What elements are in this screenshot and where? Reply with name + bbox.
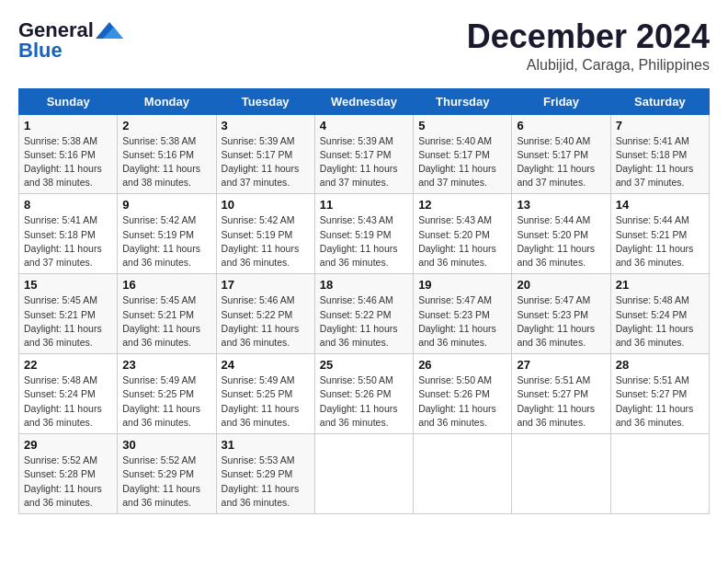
day-number: 18 — [320, 278, 408, 292]
day-detail: Sunrise: 5:45 AMSunset: 5:21 PMDaylight:… — [24, 294, 102, 348]
calendar-cell: 21 Sunrise: 5:48 AMSunset: 5:24 PMDaylig… — [610, 274, 709, 354]
title-block: December 2024 Alubijid, Caraga, Philippi… — [467, 18, 710, 74]
calendar-cell: 18 Sunrise: 5:46 AMSunset: 5:22 PMDaylig… — [314, 274, 413, 354]
day-detail: Sunrise: 5:52 AMSunset: 5:28 PMDaylight:… — [24, 454, 102, 508]
calendar-cell: 13 Sunrise: 5:44 AMSunset: 5:20 PMDaylig… — [512, 194, 610, 274]
calendar-week-row: 8 Sunrise: 5:41 AMSunset: 5:18 PMDayligh… — [19, 194, 710, 274]
day-number: 30 — [122, 438, 210, 452]
day-detail: Sunrise: 5:51 AMSunset: 5:27 PMDaylight:… — [517, 374, 595, 428]
day-number: 20 — [517, 278, 605, 292]
calendar-cell — [610, 434, 709, 514]
day-detail: Sunrise: 5:47 AMSunset: 5:23 PMDaylight:… — [418, 294, 496, 348]
calendar-week-row: 22 Sunrise: 5:48 AMSunset: 5:24 PMDaylig… — [19, 354, 710, 434]
day-number: 29 — [24, 438, 112, 452]
calendar-cell: 22 Sunrise: 5:48 AMSunset: 5:24 PMDaylig… — [19, 354, 118, 434]
day-number: 16 — [122, 278, 210, 292]
day-detail: Sunrise: 5:39 AMSunset: 5:17 PMDaylight:… — [222, 135, 300, 189]
day-number: 9 — [122, 198, 210, 212]
day-number: 1 — [24, 119, 112, 132]
day-detail: Sunrise: 5:40 AMSunset: 5:17 PMDaylight:… — [418, 135, 496, 189]
day-number: 13 — [517, 198, 605, 212]
day-detail: Sunrise: 5:48 AMSunset: 5:24 PMDaylight:… — [616, 294, 694, 348]
day-detail: Sunrise: 5:53 AMSunset: 5:29 PMDaylight:… — [222, 454, 300, 508]
day-detail: Sunrise: 5:46 AMSunset: 5:22 PMDaylight:… — [320, 294, 398, 348]
calendar-cell: 3 Sunrise: 5:39 AMSunset: 5:17 PMDayligh… — [216, 114, 314, 194]
day-detail: Sunrise: 5:49 AMSunset: 5:25 PMDaylight:… — [122, 374, 200, 428]
day-detail: Sunrise: 5:40 AMSunset: 5:17 PMDaylight:… — [517, 135, 595, 189]
day-detail: Sunrise: 5:39 AMSunset: 5:17 PMDaylight:… — [320, 135, 398, 189]
day-detail: Sunrise: 5:51 AMSunset: 5:27 PMDaylight:… — [616, 374, 694, 428]
calendar-week-row: 1 Sunrise: 5:38 AMSunset: 5:16 PMDayligh… — [19, 114, 710, 194]
header-day: Friday — [512, 88, 610, 114]
day-detail: Sunrise: 5:45 AMSunset: 5:21 PMDaylight:… — [122, 294, 200, 348]
header-day: Sunday — [19, 88, 118, 114]
calendar-cell: 1 Sunrise: 5:38 AMSunset: 5:16 PMDayligh… — [19, 114, 118, 194]
day-number: 2 — [122, 119, 210, 132]
day-detail: Sunrise: 5:48 AMSunset: 5:24 PMDaylight:… — [24, 374, 102, 428]
calendar-cell: 19 Sunrise: 5:47 AMSunset: 5:23 PMDaylig… — [414, 274, 512, 354]
calendar-cell: 23 Sunrise: 5:49 AMSunset: 5:25 PMDaylig… — [118, 354, 216, 434]
calendar-cell: 12 Sunrise: 5:43 AMSunset: 5:20 PMDaylig… — [414, 194, 512, 274]
header-day: Tuesday — [216, 88, 314, 114]
calendar-cell: 14 Sunrise: 5:44 AMSunset: 5:21 PMDaylig… — [610, 194, 709, 274]
day-detail: Sunrise: 5:43 AMSunset: 5:19 PMDaylight:… — [320, 214, 398, 268]
calendar-cell: 10 Sunrise: 5:42 AMSunset: 5:19 PMDaylig… — [216, 194, 314, 274]
day-number: 23 — [122, 358, 210, 372]
day-number: 7 — [616, 119, 704, 132]
day-number: 15 — [24, 278, 112, 292]
calendar-cell: 5 Sunrise: 5:40 AMSunset: 5:17 PMDayligh… — [414, 114, 512, 194]
day-detail: Sunrise: 5:42 AMSunset: 5:19 PMDaylight:… — [222, 214, 300, 268]
calendar-cell: 20 Sunrise: 5:47 AMSunset: 5:23 PMDaylig… — [512, 274, 610, 354]
day-number: 17 — [222, 278, 310, 292]
day-detail: Sunrise: 5:49 AMSunset: 5:25 PMDaylight:… — [222, 374, 300, 428]
page-header: General Blue December 2024 Alubijid, Car… — [18, 18, 710, 74]
calendar-cell: 2 Sunrise: 5:38 AMSunset: 5:16 PMDayligh… — [118, 114, 216, 194]
day-detail: Sunrise: 5:38 AMSunset: 5:16 PMDaylight:… — [122, 135, 200, 189]
logo: General Blue — [18, 18, 123, 63]
calendar-body: 1 Sunrise: 5:38 AMSunset: 5:16 PMDayligh… — [19, 114, 710, 513]
calendar-cell: 29 Sunrise: 5:52 AMSunset: 5:28 PMDaylig… — [19, 434, 118, 514]
day-number: 31 — [222, 438, 310, 452]
calendar-cell: 15 Sunrise: 5:45 AMSunset: 5:21 PMDaylig… — [19, 274, 118, 354]
day-number: 25 — [320, 358, 408, 372]
day-number: 24 — [222, 358, 310, 372]
day-detail: Sunrise: 5:42 AMSunset: 5:19 PMDaylight:… — [122, 214, 200, 268]
calendar-table: SundayMondayTuesdayWednesdayThursdayFrid… — [18, 88, 710, 514]
day-detail: Sunrise: 5:43 AMSunset: 5:20 PMDaylight:… — [418, 214, 496, 268]
calendar-cell: 27 Sunrise: 5:51 AMSunset: 5:27 PMDaylig… — [512, 354, 610, 434]
calendar-cell: 16 Sunrise: 5:45 AMSunset: 5:21 PMDaylig… — [118, 274, 216, 354]
day-number: 11 — [320, 198, 408, 212]
calendar-header: SundayMondayTuesdayWednesdayThursdayFrid… — [19, 88, 710, 114]
calendar-week-row: 29 Sunrise: 5:52 AMSunset: 5:28 PMDaylig… — [19, 434, 710, 514]
day-detail: Sunrise: 5:41 AMSunset: 5:18 PMDaylight:… — [616, 135, 694, 189]
day-number: 27 — [517, 358, 605, 372]
calendar-cell: 6 Sunrise: 5:40 AMSunset: 5:17 PMDayligh… — [512, 114, 610, 194]
day-number: 8 — [24, 198, 112, 212]
day-detail: Sunrise: 5:47 AMSunset: 5:23 PMDaylight:… — [517, 294, 595, 348]
day-detail: Sunrise: 5:44 AMSunset: 5:21 PMDaylight:… — [616, 214, 694, 268]
calendar-cell: 31 Sunrise: 5:53 AMSunset: 5:29 PMDaylig… — [216, 434, 314, 514]
calendar-cell: 9 Sunrise: 5:42 AMSunset: 5:19 PMDayligh… — [118, 194, 216, 274]
calendar-cell: 17 Sunrise: 5:46 AMSunset: 5:22 PMDaylig… — [216, 274, 314, 354]
calendar-cell: 7 Sunrise: 5:41 AMSunset: 5:18 PMDayligh… — [610, 114, 709, 194]
day-number: 3 — [222, 119, 310, 132]
header-day: Thursday — [414, 88, 512, 114]
logo-blue: Blue — [18, 39, 63, 63]
calendar-cell: 8 Sunrise: 5:41 AMSunset: 5:18 PMDayligh… — [19, 194, 118, 274]
calendar-cell — [414, 434, 512, 514]
day-detail: Sunrise: 5:50 AMSunset: 5:26 PMDaylight:… — [320, 374, 398, 428]
day-number: 28 — [616, 358, 704, 372]
header-day: Wednesday — [314, 88, 413, 114]
day-detail: Sunrise: 5:52 AMSunset: 5:29 PMDaylight:… — [122, 454, 200, 508]
day-number: 19 — [418, 278, 506, 292]
location: Alubijid, Caraga, Philippines — [467, 57, 710, 74]
day-detail: Sunrise: 5:38 AMSunset: 5:16 PMDaylight:… — [24, 135, 102, 189]
day-number: 10 — [222, 198, 310, 212]
calendar-cell: 25 Sunrise: 5:50 AMSunset: 5:26 PMDaylig… — [314, 354, 413, 434]
day-number: 4 — [320, 119, 408, 132]
day-number: 26 — [418, 358, 506, 372]
day-detail: Sunrise: 5:50 AMSunset: 5:26 PMDaylight:… — [418, 374, 496, 428]
calendar-cell: 24 Sunrise: 5:49 AMSunset: 5:25 PMDaylig… — [216, 354, 314, 434]
day-number: 21 — [616, 278, 704, 292]
calendar-cell: 4 Sunrise: 5:39 AMSunset: 5:17 PMDayligh… — [314, 114, 413, 194]
